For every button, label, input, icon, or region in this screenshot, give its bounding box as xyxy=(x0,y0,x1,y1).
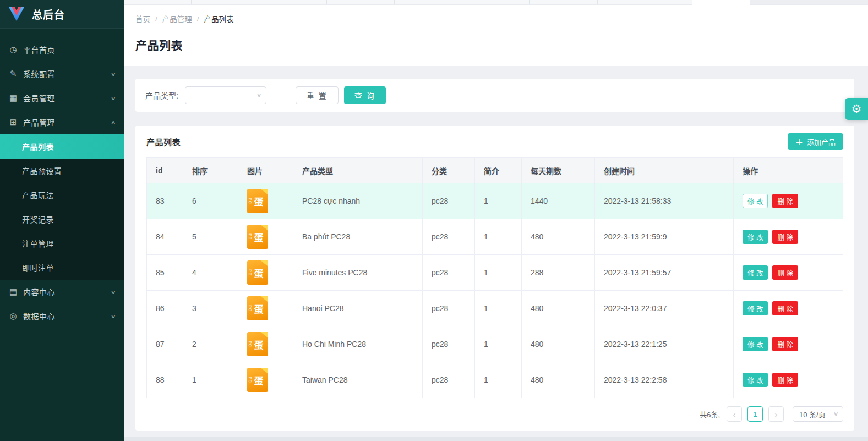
cell-image: PC 蛋 xyxy=(238,255,293,290)
reset-button[interactable]: 重 置 xyxy=(296,86,339,104)
product-image: PC 蛋 xyxy=(247,189,268,213)
cell-operations: 修 改 删 除 xyxy=(734,362,843,398)
delete-button[interactable]: 删 除 xyxy=(772,337,798,351)
members-icon: ▦ xyxy=(8,93,18,103)
table-row: 86 3 PC 蛋 Hanoi PC28 pc28 1 480 2022-3-1… xyxy=(147,291,843,326)
sidebar-item[interactable]: 产品预设置 xyxy=(0,159,124,183)
cell-image: PC 蛋 xyxy=(238,291,293,326)
product-image-char: 蛋 xyxy=(254,302,264,315)
breadcrumb-separator: / xyxy=(197,15,199,23)
cell-sort: 6 xyxy=(183,183,238,219)
edit-button[interactable]: 修 改 xyxy=(743,194,768,208)
chevron-down-icon: ∨ xyxy=(110,289,116,295)
breadcrumb-current: 产品列表 xyxy=(204,13,234,24)
cell-created-at: 2022-3-13 21:59:57 xyxy=(595,255,734,290)
edit-button[interactable]: 修 改 xyxy=(743,230,768,244)
edit-button[interactable]: 修 改 xyxy=(743,301,768,315)
table-row: 85 4 PC 蛋 Five minutes PC28 pc28 1 288 2… xyxy=(147,255,843,291)
product-image: PC 蛋 xyxy=(247,225,268,249)
main-content: 首页 / 产品管理 / 产品列表 产品列表 产品类型: ∨ 重 置 查 询 产品… xyxy=(124,0,868,441)
plus-icon: ＋ xyxy=(795,136,803,147)
tabs-bar xyxy=(124,0,750,5)
card-title: 产品列表 xyxy=(146,133,181,148)
sidebar-item-label: 会员管理 xyxy=(23,92,111,104)
sidebar-item-label: 平台首页 xyxy=(23,44,115,55)
active-tab[interactable] xyxy=(692,0,750,5)
sidebar-item[interactable]: 产品玩法 xyxy=(0,183,124,207)
product-table: id排序图片产品类型分类简介每天期数创建时间操作 83 6 PC 蛋 PC28 … xyxy=(146,157,843,398)
cell-daily-periods: 480 xyxy=(522,326,595,362)
next-page-button[interactable]: › xyxy=(768,406,784,422)
sidebar-item-label: 产品列表 xyxy=(22,141,115,152)
search-button[interactable]: 查 询 xyxy=(344,86,386,104)
cell-image: PC 蛋 xyxy=(238,219,293,254)
cell-image: PC 蛋 xyxy=(238,326,293,362)
cell-id: 84 xyxy=(147,219,183,254)
prev-page-button[interactable]: ‹ xyxy=(727,406,742,422)
sidebar-item[interactable]: 产品列表 xyxy=(0,134,124,159)
delete-button[interactable]: 删 除 xyxy=(772,230,798,244)
add-product-label: 添加产品 xyxy=(807,137,836,147)
chevron-down-icon: ∨ xyxy=(256,92,261,98)
table-header-cell: 操作 xyxy=(734,158,843,183)
edit-button[interactable]: 修 改 xyxy=(743,265,768,280)
products-icon: ⊞ xyxy=(8,117,18,127)
cell-daily-periods: 480 xyxy=(522,291,595,326)
sidebar-item[interactable]: 开奖记录 xyxy=(0,207,124,231)
product-image-char: 蛋 xyxy=(254,194,264,208)
cell-intro: 1 xyxy=(475,255,522,290)
edit-button[interactable]: 修 改 xyxy=(743,337,768,351)
edit-button[interactable]: 修 改 xyxy=(743,373,768,387)
cell-intro: 1 xyxy=(475,326,522,362)
product-image-char: 蛋 xyxy=(254,266,264,280)
cell-daily-periods: 1440 xyxy=(522,183,595,219)
cell-product-type: Ba phút PC28 xyxy=(293,219,423,254)
delete-button[interactable]: 删 除 xyxy=(772,373,798,387)
product-image-side-text: PC xyxy=(248,233,252,240)
sidebar-item[interactable]: 即时注单 xyxy=(0,255,124,280)
sidebar-item[interactable]: ◷ 平台首页 xyxy=(0,37,124,62)
chevron-down-icon: ∨ xyxy=(110,95,116,101)
sidebar-item[interactable]: ⊞ 产品管理 ∧ xyxy=(0,110,124,134)
sidebar-item[interactable]: ▤ 内容中心 ∨ xyxy=(0,280,124,304)
page-size-select[interactable]: 10 条/页 ∨ xyxy=(793,406,843,422)
sidebar-item-label: 注单管理 xyxy=(22,238,115,249)
product-image-side-text: PC xyxy=(248,377,252,383)
cell-category: pc28 xyxy=(423,183,475,219)
page-number-button[interactable]: 1 xyxy=(747,406,763,422)
product-image-side-text: PC xyxy=(248,341,252,347)
delete-button[interactable]: 删 除 xyxy=(772,194,798,208)
table-row: 87 2 PC 蛋 Ho Chi Minh PC28 pc28 1 480 20… xyxy=(147,326,843,362)
cell-created-at: 2022-3-13 22:2:58 xyxy=(595,362,734,398)
sidebar-item[interactable]: ▦ 会员管理 ∨ xyxy=(0,86,124,110)
cell-daily-periods: 480 xyxy=(522,219,595,254)
gear-icon: ⚙ xyxy=(851,102,862,116)
product-list-card: 产品列表 ＋ 添加产品 id排序图片产品类型分类简介每天期数创建时间操作 83 … xyxy=(135,126,854,431)
sidebar-item[interactable]: 注单管理 xyxy=(0,231,124,255)
sidebar-item-label: 内容中心 xyxy=(23,286,111,297)
product-image: PC 蛋 xyxy=(247,296,268,320)
add-product-button[interactable]: ＋ 添加产品 xyxy=(788,133,843,150)
cell-operations: 修 改 删 除 xyxy=(734,291,843,326)
sidebar-item-label: 系统配置 xyxy=(23,68,111,79)
sidebar-item[interactable]: ◎ 数据中心 ∨ xyxy=(0,304,124,328)
cell-created-at: 2022-3-13 22:0:37 xyxy=(595,291,734,326)
breadcrumb-home[interactable]: 首页 xyxy=(135,13,150,24)
product-type-select[interactable]: ∨ xyxy=(185,86,266,104)
sidebar-item-label: 产品预设置 xyxy=(22,165,115,176)
cell-intro: 1 xyxy=(475,219,522,254)
cell-sort: 2 xyxy=(183,326,238,362)
cell-sort: 1 xyxy=(183,362,238,398)
cell-id: 88 xyxy=(147,362,183,398)
product-image: PC 蛋 xyxy=(247,260,268,285)
delete-button[interactable]: 删 除 xyxy=(772,265,798,280)
cell-created-at: 2022-3-13 21:58:33 xyxy=(595,183,734,219)
breadcrumb-product-management[interactable]: 产品管理 xyxy=(162,13,192,24)
logo-bar: 总后台 xyxy=(0,0,124,29)
settings-button[interactable]: ⚙ xyxy=(845,98,868,120)
cell-product-type: Hanoi PC28 xyxy=(293,291,423,326)
delete-button[interactable]: 删 除 xyxy=(772,301,798,315)
sidebar-item[interactable]: ✎ 系统配置 ∨ xyxy=(0,62,124,86)
page-size-value: 10 条/页 xyxy=(799,409,826,420)
content-icon: ▤ xyxy=(8,287,18,297)
